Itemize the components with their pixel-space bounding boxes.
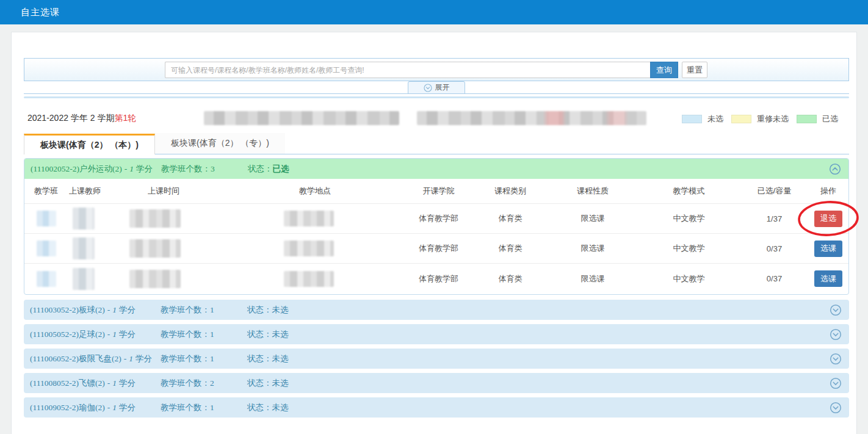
redacted-time [129,239,181,258]
course-status: 状态：未选 [247,305,289,316]
redacted-teacher [73,268,95,290]
course-code-title: (111003052-2)板球(2)-1学分 [30,305,161,316]
expand-icon[interactable] [830,402,842,414]
course-code-title: (111008052-2)飞镖(2)-1学分 [30,378,161,389]
legend-label: 已选 [822,114,838,125]
app-header: 自主选课 [0,0,868,24]
filter-divider [24,96,849,98]
expand-icon[interactable] [830,304,842,316]
main-panel: 查询 重置 展开 2021-2022 学年 2 学期第1轮 [11,32,857,434]
course-status: 状态：未选 [247,378,289,389]
cell-category: 体育类 [474,243,547,254]
withdraw-button[interactable]: 退选 [814,211,842,227]
cell-capacity: 1/37 [739,214,809,223]
redacted-time [129,270,181,288]
legend-item-selected: 已选 [797,114,838,125]
course-class-count: 教学班个数：3 [161,164,248,175]
category-tabs: 板块课(体育（2） （本）) 板块课(体育（2） （专）) [24,134,849,154]
course-code-title: (111006052-2)极限飞盘(2)-1学分 [30,353,161,364]
col-header-class: 教学班 [24,186,58,197]
redacted-location [284,211,334,226]
course-code-title: (111005052-2)足球(2)-1学分 [30,329,161,340]
redacted-student-info [204,111,399,125]
redacted-teacher [73,237,95,259]
expand-icon[interactable] [830,377,842,389]
cell-mode: 中文教学 [638,243,739,254]
course-bar-darts[interactable]: (111008052-2)飞镖(2)-1学分 教学班个数：2 状态：未选 [24,373,849,393]
col-header-mode: 教学模式 [638,186,739,197]
col-header-nature: 课程性质 [547,186,638,197]
course-bar-cricket[interactable]: (111003052-2)板球(2)-1学分 教学班个数：1 状态：未选 [24,300,849,320]
chevron-down-circle-icon [830,377,842,389]
redacted-class-id [37,271,56,287]
course-status: 状态：未选 [247,353,289,364]
select-button[interactable]: 选课 [814,270,842,287]
tab-pe-vocational[interactable]: 板块课(体育（2） （专）) [155,133,285,154]
course-bar-yoga[interactable]: (111009052-2)瑜伽(2)-1学分 教学班个数：1 状态：未选 [24,397,849,418]
chevron-down-circle-icon [424,84,432,92]
status-legend: 未选 重修未选 已选 [682,114,838,125]
select-button[interactable]: 选课 [814,241,842,257]
legend-swatch-unselected [682,115,702,123]
legend-item-retake: 重修未选 [731,114,789,125]
course-class-count: 教学班个数：2 [161,378,247,389]
cell-nature: 限选课 [547,273,638,284]
col-header-teacher: 上课教师 [58,186,122,197]
course-code-title: (111002052-2)户外运动(2)-1学分 [31,164,161,175]
course-header-outdoor-sports[interactable]: (111002052-2)户外运动(2)-1学分 教学班个数：3 状态：已选 [24,159,848,179]
legend-swatch-retake [731,115,751,123]
expand-icon[interactable] [830,328,842,341]
course-status: 状态：未选 [247,329,289,340]
redacted-teacher [73,208,95,230]
cell-college: 体育教学部 [403,213,474,224]
search-input[interactable] [165,62,650,78]
table-row: 体育教学部 体育类 限选课 中文教学 0/37 选课 [24,234,848,264]
semester-row: 2021-2022 学年 2 学期第1轮 未选 重修未选 已选 [12,110,856,126]
legend-label: 未选 [707,114,723,125]
col-header-location: 教学地点 [262,186,403,197]
chevron-down-circle-icon [830,353,842,365]
col-header-college: 开课学院 [403,186,474,197]
course-bar-ultimate-frisbee[interactable]: (111006052-2)极限飞盘(2)-1学分 教学班个数：1 状态：未选 [24,349,849,369]
course-bar-soccer[interactable]: (111005052-2)足球(2)-1学分 教学班个数：1 状态：未选 [24,324,849,344]
col-header-action: 操作 [809,186,847,197]
course-class-count: 教学班个数：1 [161,402,247,413]
col-header-time: 上课时间 [122,186,262,197]
cell-category: 体育类 [474,273,547,284]
redacted-notice-text [417,111,646,125]
collapse-icon[interactable] [829,163,841,175]
semester-round: 第1轮 [114,113,136,123]
cell-capacity: 0/37 [739,274,809,283]
cell-nature: 限选课 [547,243,638,254]
redacted-class-id [37,241,56,256]
course-class-count: 教学班个数：1 [161,329,247,340]
cell-nature: 限选课 [547,213,638,224]
col-header-category: 课程类别 [474,186,547,197]
cell-college: 体育教学部 [403,243,474,254]
course-class-count: 教学班个数：1 [161,305,247,316]
page-title: 自主选课 [21,7,60,18]
course-code-title: (111009052-2)瑜伽(2)-1学分 [30,402,161,413]
chevron-down-circle-icon [830,402,842,414]
chevron-down-circle-icon [830,328,842,341]
tab-pe-undergraduate[interactable]: 板块课(体育（2） （本）) [24,134,155,154]
course-selection-page: 自主选课 查询 重置 展开 2021-2022 学年 2 学期第1轮 [0,0,868,434]
legend-label: 重修未选 [757,114,789,125]
cell-mode: 中文教学 [638,273,739,284]
course-class-count: 教学班个数：1 [161,353,247,364]
redacted-location [284,241,334,256]
table-header: 教学班 上课教师 上课时间 教学地点 开课学院 课程类别 课程性质 教学模式 已… [24,179,848,204]
search-bar: 查询 重置 [24,58,849,81]
cell-college: 体育教学部 [403,273,474,284]
expand-label: 展开 [435,82,450,93]
reset-button[interactable]: 重置 [682,62,707,78]
course-status: 状态：未选 [247,402,289,413]
table-row: 体育教学部 体育类 限选课 中文教学 1/37 退选 [24,204,848,234]
expand-icon[interactable] [830,353,842,365]
cell-mode: 中文教学 [638,213,739,224]
query-button[interactable]: 查询 [650,62,678,78]
semester-text: 2021-2022 学年 2 学期 [27,113,114,123]
chevron-down-circle-icon [830,304,842,316]
legend-swatch-selected [797,115,817,123]
expand-button[interactable]: 展开 [408,81,465,94]
